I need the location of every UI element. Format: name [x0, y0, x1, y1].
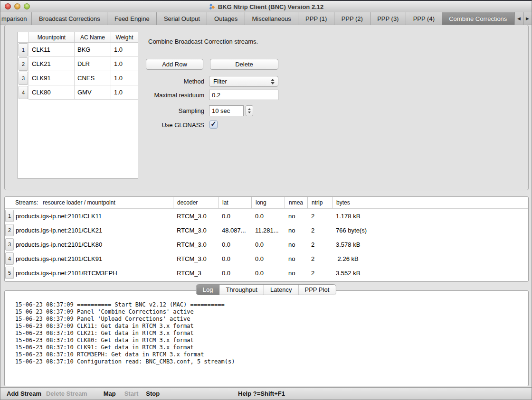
cell-lat[interactable]: 0.0	[218, 251, 251, 266]
log-panel[interactable]: 15-06-23 08:37:09 ========== Start BNC v…	[4, 290, 529, 386]
cell-long[interactable]: 0.0	[251, 251, 285, 266]
table-cell[interactable]: CLK11	[28, 43, 74, 57]
cell-lat[interactable]: 0.0	[218, 266, 251, 280]
cell-bytes[interactable]: 766 byte(s)	[332, 223, 528, 237]
help-shortcut[interactable]: Help ?=Shift+F1	[238, 390, 285, 397]
row-header[interactable]: 3	[19, 72, 28, 85]
tab-miscellaneous[interactable]: Miscellaneous	[245, 12, 299, 25]
tab-scroll-right-icon[interactable]: ▶	[523, 12, 532, 25]
log-line: 15-06-23 08:37:10 CLK91: Get data in RTC…	[15, 344, 528, 351]
cell-decoder[interactable]: RTCM_3.0	[173, 237, 218, 251]
cell-long[interactable]: 0.0	[251, 266, 285, 280]
cell-mountpoint[interactable]: products.igs-ip.net:2101/RTCM3EPH	[14, 266, 173, 280]
cell-ntrip[interactable]: 2	[307, 223, 332, 237]
maximal-residuum-input[interactable]	[209, 90, 278, 100]
cell-lat[interactable]: 48.087...	[218, 223, 251, 237]
cell-nmea[interactable]: no	[285, 266, 307, 280]
main-tab-bar: mparisonBroadcast CorrectionsFeed Engine…	[0, 12, 532, 25]
cell-ntrip[interactable]: 2	[307, 237, 332, 251]
row-header[interactable]: 2	[19, 57, 28, 71]
cell-decoder[interactable]: RTCM_3	[173, 266, 218, 280]
cell-nmea[interactable]: no	[285, 223, 307, 237]
cell-decoder[interactable]: RTCM_3.0	[173, 209, 218, 223]
cell-lat[interactable]: 0.0	[218, 209, 251, 223]
tab-throughput[interactable]: Throughput	[219, 285, 264, 295]
row-header[interactable]: 2	[5, 224, 14, 236]
tab-scroll-left-icon[interactable]: ◀	[514, 12, 523, 25]
mountpoint-table-header: MountpointAC NameWeight	[18, 32, 138, 43]
table-cell[interactable]: DLR	[74, 57, 111, 71]
table-cell[interactable]: GMV	[74, 85, 111, 100]
tab-outages[interactable]: Outages	[207, 12, 245, 25]
cell-bytes[interactable]: 3.578 kB	[332, 237, 528, 251]
cell-bytes[interactable]: 2.26 kB	[332, 251, 528, 266]
row-header[interactable]: 4	[5, 252, 14, 265]
tab-serial-output[interactable]: Serial Output	[157, 12, 207, 25]
cell-long[interactable]: 0.0	[251, 237, 285, 251]
stepper-down-icon[interactable]	[248, 112, 251, 113]
tab-combine-corrections[interactable]: Combine Corrections	[442, 12, 514, 25]
tab-broadcast-corrections[interactable]: Broadcast Corrections	[32, 12, 107, 25]
table-row: 1products.igs-ip.net:2101/CLK11RTCM_3.00…	[5, 209, 528, 223]
cell-mountpoint[interactable]: products.igs-ip.net:2101/CLK21	[14, 223, 173, 237]
delete-button[interactable]: Delete	[210, 59, 278, 70]
row-header[interactable]: 5	[5, 267, 14, 279]
table-row: 1CLK11BKG1.0	[18, 43, 138, 57]
cell-ntrip[interactable]: 2	[307, 266, 332, 280]
cell-decoder[interactable]: RTCM_3.0	[173, 251, 218, 266]
action-add-stream[interactable]: Add Stream	[7, 390, 41, 397]
action-map[interactable]: Map	[104, 390, 116, 397]
cell-mountpoint[interactable]: products.igs-ip.net:2101/CLK80	[14, 237, 173, 251]
cell-ntrip[interactable]: 2	[307, 251, 332, 266]
cell-nmea[interactable]: no	[285, 237, 307, 251]
sampling-stepper[interactable]	[246, 105, 253, 116]
action-stop[interactable]: Stop	[146, 390, 160, 397]
table-cell[interactable]: CLK80	[28, 85, 74, 100]
row-header[interactable]: 1	[19, 43, 28, 56]
table-cell[interactable]: CLK21	[28, 57, 74, 71]
tab-log[interactable]: Log	[197, 285, 219, 295]
close-window-icon[interactable]	[5, 3, 11, 9]
table-row: 4CLK80GMV1.0	[18, 85, 138, 100]
tab-feed-engine[interactable]: Feed Engine	[107, 12, 157, 25]
cell-long[interactable]: 11.281...	[251, 223, 285, 237]
table-cell[interactable]: 1.0	[111, 71, 138, 85]
tab-ppp-2[interactable]: PPP (2)	[334, 12, 370, 25]
cell-ntrip[interactable]: 2	[307, 209, 332, 223]
table-cell[interactable]: 1.0	[111, 43, 138, 57]
method-select[interactable]: Filter	[209, 76, 278, 87]
table-cell[interactable]: 1.0	[111, 57, 138, 71]
cell-bytes[interactable]: 3.552 kB	[332, 266, 528, 280]
minimize-window-icon[interactable]	[14, 3, 20, 9]
app-window: BKG Ntrip Client (BNC) Version 2.12 mpar…	[0, 0, 532, 400]
cell-mountpoint[interactable]: products.igs-ip.net:2101/CLK91	[14, 251, 173, 266]
tab-ppp-1[interactable]: PPP (1)	[298, 12, 334, 25]
cell-long[interactable]: 0.0	[251, 209, 285, 223]
cell-nmea[interactable]: no	[285, 251, 307, 266]
maximal-residuum-label: Maximal residuum	[154, 92, 204, 99]
table-cell[interactable]: 1.0	[111, 85, 138, 100]
row-header[interactable]: 4	[19, 86, 28, 99]
cell-bytes[interactable]: 1.178 kB	[332, 209, 528, 223]
table-cell[interactable]: CNES	[74, 71, 111, 85]
sampling-input[interactable]: 10 sec	[209, 105, 244, 116]
tab-ppp-3[interactable]: PPP (3)	[370, 12, 407, 25]
row-header[interactable]: 1	[5, 210, 14, 222]
tab-mparison[interactable]: mparison	[0, 12, 32, 25]
zoom-window-icon[interactable]	[24, 3, 30, 9]
table-cell[interactable]: BKG	[74, 43, 111, 57]
add-row-button[interactable]: Add Row	[146, 59, 203, 70]
streams-table-body: 1products.igs-ip.net:2101/CLK11RTCM_3.00…	[5, 209, 528, 280]
row-header[interactable]: 3	[5, 238, 14, 251]
cell-mountpoint[interactable]: products.igs-ip.net:2101/CLK11	[14, 209, 173, 223]
use-glonass-checkbox[interactable]: ✓	[209, 121, 218, 129]
cell-nmea[interactable]: no	[285, 209, 307, 223]
cell-lat[interactable]: 0.0	[218, 237, 251, 251]
tab-latency[interactable]: Latency	[264, 285, 298, 295]
cell-decoder[interactable]: RTCM_3.0	[173, 223, 218, 237]
app-icon	[209, 3, 216, 10]
tab-ppp-4[interactable]: PPP (4)	[406, 12, 442, 25]
stepper-up-icon[interactable]	[248, 108, 251, 110]
table-cell[interactable]: CLK91	[28, 71, 74, 85]
tab-ppp-plot[interactable]: PPP Plot	[298, 285, 335, 295]
